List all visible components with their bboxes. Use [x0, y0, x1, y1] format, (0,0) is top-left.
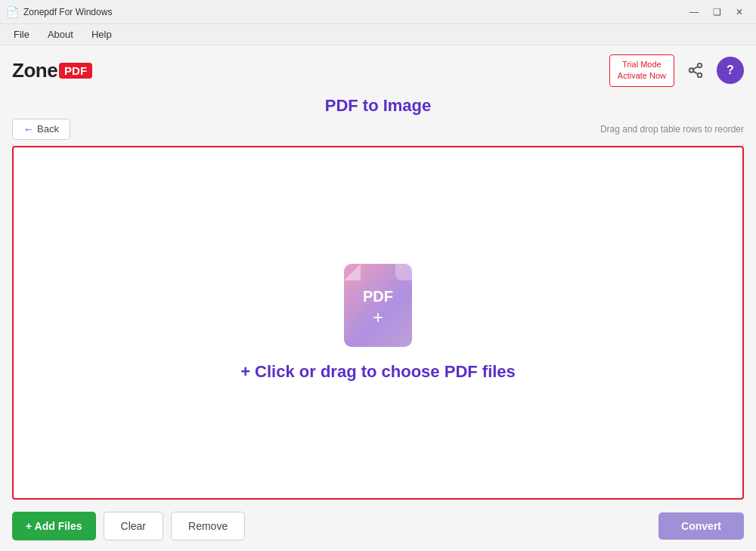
page-title: PDF to Image [12, 96, 744, 116]
app-content: Zone PDF Trial Mode Activate Now ? PDF t… [0, 45, 756, 551]
bottom-left-buttons: + Add Files Clear Remove [12, 512, 245, 540]
menu-about[interactable]: About [40, 26, 81, 43]
bottom-bar: + Add Files Clear Remove Convert [12, 507, 744, 542]
nav-row: ← Back Drag and drop table rows to reord… [12, 119, 744, 140]
help-icon: ? [727, 63, 734, 77]
app-title: Zonepdf For Windows [23, 7, 112, 17]
menu-bar: File About Help [0, 24, 756, 45]
menu-help[interactable]: Help [84, 26, 119, 43]
logo: Zone PDF [12, 59, 92, 82]
back-arrow-icon: ← [23, 123, 34, 135]
back-button[interactable]: ← Back [12, 119, 70, 140]
convert-button[interactable]: Convert [658, 512, 744, 540]
header: Zone PDF Trial Mode Activate Now ? [12, 54, 744, 87]
drop-zone[interactable]: PDF + + Click or drag to choose PDF file… [12, 146, 744, 500]
svg-line-3 [693, 72, 698, 75]
title-bar: 📄 Zonepdf For Windows — ❑ ✕ [0, 0, 756, 24]
trial-line1: Trial Mode [622, 60, 662, 69]
share-button[interactable] [682, 57, 709, 84]
pdf-corner-fold [344, 264, 361, 280]
pdf-drop-icon: PDF + [344, 264, 412, 347]
svg-line-4 [693, 67, 698, 70]
pdf-icon-label: PDF [363, 288, 393, 305]
pdf-icon-plus: + [373, 307, 383, 328]
page-title-area: PDF to Image [12, 96, 744, 116]
back-label: Back [37, 123, 59, 135]
header-right: Trial Mode Activate Now ? [609, 54, 744, 87]
share-icon [687, 62, 704, 79]
trial-line2: Activate Now [618, 71, 666, 80]
menu-file[interactable]: File [6, 26, 37, 43]
app-icon: 📄 [6, 6, 19, 18]
logo-pdf-badge: PDF [59, 63, 92, 79]
title-bar-controls: — ❑ ✕ [683, 3, 750, 21]
close-button[interactable]: ✕ [729, 3, 750, 21]
clear-button[interactable]: Clear [104, 512, 163, 540]
hint-text: Drag and drop table rows to reorder [600, 124, 744, 135]
logo-zone-text: Zone [12, 59, 57, 82]
add-files-button[interactable]: + Add Files [12, 512, 96, 540]
remove-button[interactable]: Remove [171, 512, 245, 540]
help-button[interactable]: ? [717, 57, 744, 84]
drop-zone-label: + Click or drag to choose PDF files [240, 362, 516, 382]
title-bar-left: 📄 Zonepdf For Windows [6, 6, 112, 18]
minimize-button[interactable]: — [683, 3, 705, 21]
maximize-button[interactable]: ❑ [706, 3, 727, 21]
trial-mode-button[interactable]: Trial Mode Activate Now [609, 54, 674, 87]
